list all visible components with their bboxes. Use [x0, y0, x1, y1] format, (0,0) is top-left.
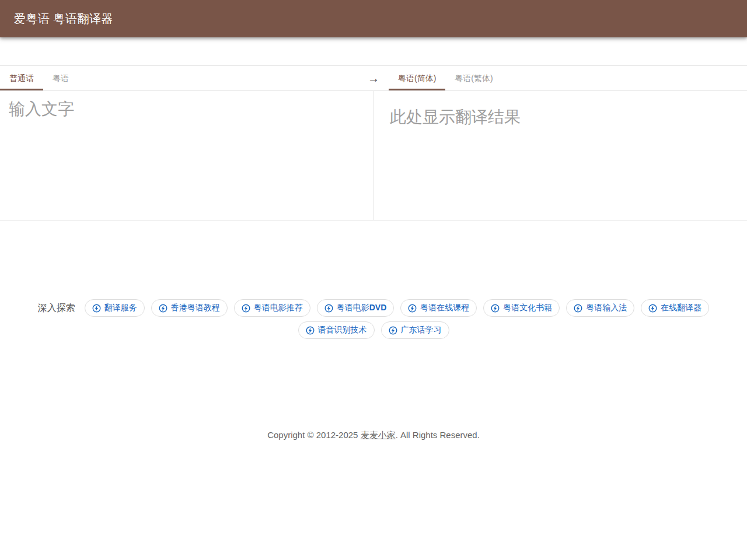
explore-label: 深入探索: [38, 302, 75, 314]
footer-site-link[interactable]: 麦麦小家: [361, 430, 396, 440]
bolt-circle-icon: [159, 304, 167, 313]
tag-label: 粤语在线课程: [420, 303, 469, 313]
source-text-input[interactable]: [0, 91, 373, 220]
app-header: 爱粤语 粤语翻译器: [0, 0, 747, 37]
target-tab-group-wrap: → 粤语(简体)粤语(繁体): [374, 66, 747, 90]
page-title: 爱粤语 粤语翻译器: [14, 11, 113, 27]
tag-label: 香港粤语教程: [171, 303, 220, 313]
tag-label: 粤语电影DVD: [337, 303, 387, 313]
tab-source-1[interactable]: 粤语: [43, 66, 78, 90]
copyright-suffix: . All Rights Reserved.: [396, 430, 480, 440]
arrow-right-icon: →: [368, 66, 389, 90]
tag-label: 广东话学习: [401, 325, 442, 335]
tag-label: 翻译服务: [104, 303, 137, 313]
bolt-circle-icon: [648, 304, 657, 313]
bolt-circle-icon: [408, 304, 417, 313]
copyright-prefix: Copyright © 2012-2025: [267, 430, 361, 440]
tab-source-0[interactable]: 普通话: [0, 66, 43, 90]
tab-target-0[interactable]: 粤语(简体): [389, 66, 445, 90]
bolt-circle-icon: [324, 304, 333, 313]
explore-section: 深入探索 翻译服务香港粤语教程粤语电影推荐粤语电影DVD粤语在线课程粤语文化书籍…: [20, 299, 727, 339]
explore-tag[interactable]: 香港粤语教程: [151, 299, 228, 317]
explore-tag[interactable]: 粤语输入法: [566, 299, 634, 317]
target-tab-group: 粤语(简体)粤语(繁体): [389, 66, 502, 90]
tag-label: 在线翻译器: [661, 303, 701, 313]
tab-target-1[interactable]: 粤语(繁体): [445, 66, 502, 90]
source-panel: [0, 91, 374, 220]
tag-label: 粤语电影推荐: [254, 303, 303, 313]
bolt-circle-icon: [574, 304, 582, 313]
explore-tag[interactable]: 语音识别技术: [298, 321, 375, 339]
translator-panels: 此处显示翻译结果: [0, 91, 747, 220]
bolt-circle-icon: [306, 326, 315, 335]
explore-tag[interactable]: 粤语电影DVD: [317, 299, 395, 317]
tag-label: 粤语输入法: [586, 303, 627, 313]
explore-tag[interactable]: 翻译服务: [85, 299, 145, 317]
bolt-circle-icon: [92, 304, 101, 313]
tag-label: 粤语文化书籍: [503, 303, 552, 313]
bolt-circle-icon: [242, 304, 250, 313]
explore-tag[interactable]: 广东话学习: [381, 321, 449, 339]
bolt-circle-icon: [389, 326, 397, 335]
language-tab-bar: 普通话粤语 → 粤语(简体)粤语(繁体): [0, 65, 747, 91]
explore-tag[interactable]: 粤语文化书籍: [483, 299, 560, 317]
bolt-circle-icon: [491, 304, 500, 313]
footer: Copyright © 2012-2025 麦麦小家. All Rights R…: [0, 430, 747, 441]
tag-label: 语音识别技术: [318, 325, 367, 335]
explore-tag[interactable]: 粤语在线课程: [400, 299, 477, 317]
explore-tag[interactable]: 在线翻译器: [641, 299, 709, 317]
explore-tag[interactable]: 粤语电影推荐: [234, 299, 310, 317]
source-tab-group: 普通话粤语: [0, 66, 374, 90]
translation-output: 此处显示翻译结果: [374, 91, 747, 220]
